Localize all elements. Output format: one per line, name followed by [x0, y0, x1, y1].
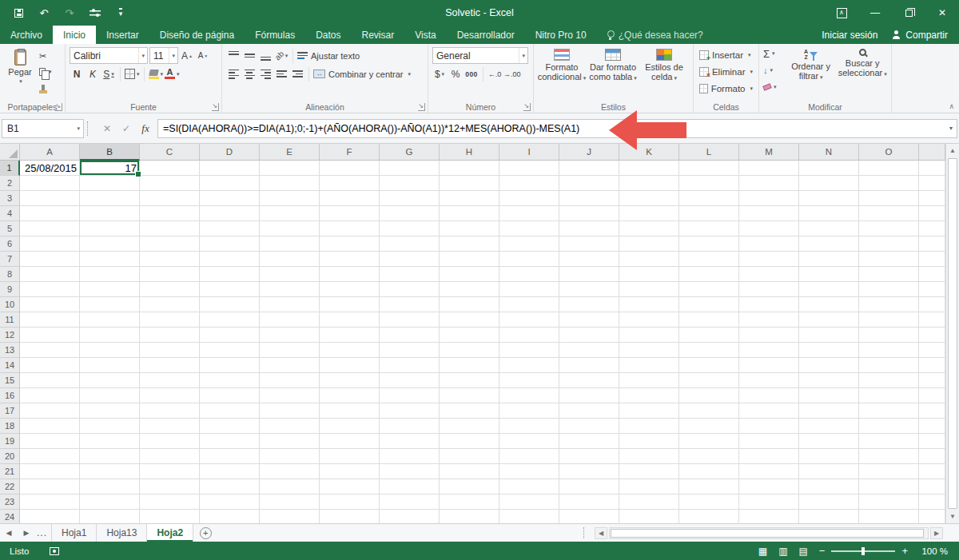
insert-function-button[interactable]: fx: [137, 120, 154, 137]
cell-F21[interactable]: [320, 464, 380, 479]
macro-record-icon[interactable]: [50, 547, 59, 555]
cell-C17[interactable]: [140, 403, 200, 419]
cell-G3[interactable]: [380, 191, 440, 206]
wrap-text-button[interactable]: Ajustar texto: [297, 48, 360, 64]
cell-E22[interactable]: [260, 479, 320, 494]
cell-M2[interactable]: [739, 176, 799, 191]
cell-C4[interactable]: [140, 206, 200, 221]
cell-M11[interactable]: [739, 312, 799, 328]
align-center-button[interactable]: [242, 66, 257, 82]
cell-D6[interactable]: [200, 236, 260, 252]
cell-F18[interactable]: [320, 419, 380, 434]
ribbon-tab-desarrollador[interactable]: Desarrollador: [447, 26, 525, 44]
cell-N23[interactable]: [799, 494, 859, 510]
column-header-G[interactable]: G: [380, 144, 440, 161]
tab-split-handle[interactable]: [583, 527, 588, 538]
column-header-L[interactable]: L: [679, 144, 739, 161]
cell-F7[interactable]: [320, 252, 380, 267]
cell-A15[interactable]: [20, 373, 80, 388]
cell-I22[interactable]: [499, 479, 559, 494]
sheet-more-indicator[interactable]: ...: [35, 524, 52, 542]
cell-H10[interactable]: [440, 297, 499, 312]
horizontal-scrollbar-thumb[interactable]: [611, 529, 924, 538]
cell-H1[interactable]: [440, 161, 499, 176]
cell-M3[interactable]: [739, 191, 799, 206]
row-header-21[interactable]: 21: [0, 464, 20, 479]
cell-O7[interactable]: [859, 252, 919, 267]
cell-C10[interactable]: [140, 297, 200, 312]
page-layout-view-button[interactable]: ▥: [778, 546, 787, 557]
cell-K22[interactable]: [619, 479, 679, 494]
cell-L12[interactable]: [679, 328, 739, 343]
cell-B7[interactable]: [80, 252, 140, 267]
cell-C15[interactable]: [140, 373, 200, 388]
name-box-splitter[interactable]: [87, 121, 95, 136]
cell-L11[interactable]: [679, 312, 739, 328]
cell-K5[interactable]: [619, 221, 679, 236]
cell-G13[interactable]: [380, 343, 440, 358]
cell-H7[interactable]: [440, 252, 499, 267]
column-header-E[interactable]: E: [260, 144, 320, 161]
scroll-down-icon[interactable]: ▼: [946, 510, 959, 523]
column-header-I[interactable]: I: [499, 144, 559, 161]
cell-O24[interactable]: [859, 510, 919, 523]
copy-button[interactable]: ▾: [38, 65, 54, 79]
sheet-tab-hoja13[interactable]: Hoja13: [96, 524, 147, 542]
cell-I16[interactable]: [499, 388, 559, 403]
cell-I15[interactable]: [499, 373, 559, 388]
cell-N13[interactable]: [799, 343, 859, 358]
cell-G19[interactable]: [380, 434, 440, 449]
cell-I13[interactable]: [499, 343, 559, 358]
cell-N17[interactable]: [799, 403, 859, 419]
cell-D21[interactable]: [200, 464, 260, 479]
cell-A8[interactable]: [20, 267, 80, 282]
decrease-indent-button[interactable]: [274, 66, 288, 82]
cell-E18[interactable]: [260, 419, 320, 434]
row-header-2[interactable]: 2: [0, 176, 20, 191]
font-color-button[interactable]: A▾: [165, 66, 180, 82]
cell-L8[interactable]: [679, 267, 739, 282]
cell-B18[interactable]: [80, 419, 140, 434]
cell-J11[interactable]: [559, 312, 619, 328]
cell-J18[interactable]: [559, 419, 619, 434]
cell-I18[interactable]: [499, 419, 559, 434]
cell-E17[interactable]: [260, 403, 320, 419]
cell-N19[interactable]: [799, 434, 859, 449]
cell-B17[interactable]: [80, 403, 140, 419]
expand-formula-bar-icon[interactable]: ▾: [945, 125, 957, 132]
cell-H20[interactable]: [440, 449, 499, 464]
cell-J14[interactable]: [559, 358, 619, 373]
cell-M15[interactable]: [739, 373, 799, 388]
cell-D3[interactable]: [200, 191, 260, 206]
cell-F1[interactable]: [320, 161, 380, 176]
cell-H17[interactable]: [440, 403, 499, 419]
cell-B12[interactable]: [80, 328, 140, 343]
cell-A16[interactable]: [20, 388, 80, 403]
cell-C18[interactable]: [140, 419, 200, 434]
cell-O19[interactable]: [859, 434, 919, 449]
cell-D2[interactable]: [200, 176, 260, 191]
format-painter-button[interactable]: [38, 81, 54, 95]
cell-N10[interactable]: [799, 297, 859, 312]
cell-E19[interactable]: [260, 434, 320, 449]
thousands-button[interactable]: 000: [464, 66, 479, 82]
cell-N2[interactable]: [799, 176, 859, 191]
cell-I14[interactable]: [499, 358, 559, 373]
cell-F9[interactable]: [320, 282, 380, 297]
cell-I17[interactable]: [499, 403, 559, 419]
cell-B22[interactable]: [80, 479, 140, 494]
share-button[interactable]: Compartir: [892, 30, 948, 41]
cell-B2[interactable]: [80, 176, 140, 191]
cell-A10[interactable]: [20, 297, 80, 312]
cell-F20[interactable]: [320, 449, 380, 464]
cell-B10[interactable]: [80, 297, 140, 312]
cell-L18[interactable]: [679, 419, 739, 434]
cell-H4[interactable]: [440, 206, 499, 221]
cell-J21[interactable]: [559, 464, 619, 479]
cell-I5[interactable]: [499, 221, 559, 236]
cell-I1[interactable]: [499, 161, 559, 176]
cell-M8[interactable]: [739, 267, 799, 282]
cell-B24[interactable]: [80, 510, 140, 523]
merge-center-button[interactable]: ↔Combinar y centrar▾: [313, 66, 411, 82]
maximize-button[interactable]: [892, 0, 925, 26]
